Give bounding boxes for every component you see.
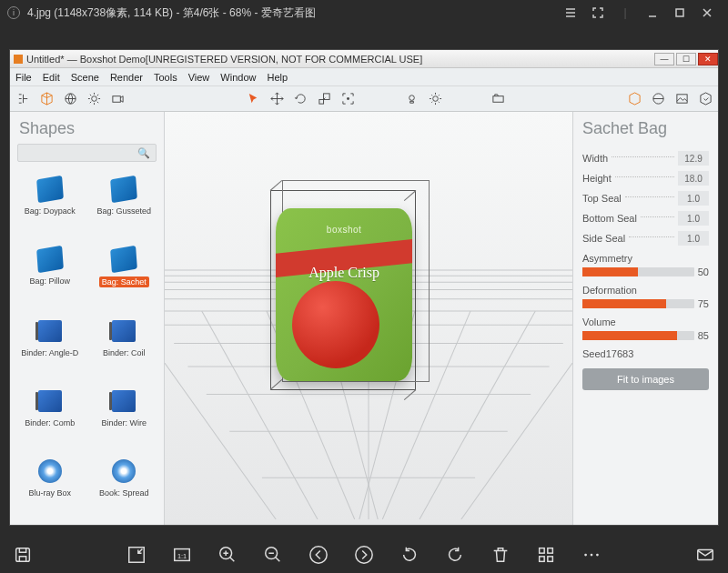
viewer-maximize-button[interactable] xyxy=(666,4,693,22)
deformation-slider[interactable] xyxy=(582,299,694,308)
svg-point-47 xyxy=(596,554,599,557)
seed-input[interactable]: 17683 xyxy=(606,348,642,359)
width-input[interactable]: 12.9 xyxy=(678,151,709,166)
toolbar-scale-icon[interactable] xyxy=(317,92,331,106)
viewer-bottom-toolbar: 1:1 xyxy=(0,537,728,573)
toolbar-export-icon[interactable] xyxy=(698,92,713,106)
toolbar-move-icon[interactable] xyxy=(269,92,284,106)
svg-point-8 xyxy=(432,96,438,102)
svg-rect-11 xyxy=(676,95,686,103)
viewer-title: 4.jpg (1148x738像素, 114 KB) - 第4/6张 - 68%… xyxy=(27,5,316,21)
svg-rect-33 xyxy=(16,548,30,562)
toolbar-cube-icon[interactable] xyxy=(39,92,54,106)
toolbar-select-icon[interactable] xyxy=(246,92,260,106)
asymmetry-slider[interactable] xyxy=(582,267,694,276)
more-icon[interactable] xyxy=(580,543,603,567)
toolbar-image-icon[interactable] xyxy=(674,92,689,106)
svg-point-45 xyxy=(584,554,587,557)
app-icon xyxy=(14,55,23,64)
bottom-seal-input[interactable]: 1.0 xyxy=(678,211,709,226)
app-maximize-button[interactable]: ☐ xyxy=(676,53,696,65)
shape-item[interactable]: Book: Spread xyxy=(88,455,161,521)
toolbar-gear-icon[interactable] xyxy=(86,92,101,106)
volume-label: Volume xyxy=(582,317,709,327)
app-minimize-button[interactable]: — xyxy=(654,53,674,65)
height-input[interactable]: 18.0 xyxy=(678,171,709,186)
prev-icon[interactable] xyxy=(307,543,330,567)
svg-rect-0 xyxy=(676,9,683,16)
shape-item[interactable]: Blu-ray Box xyxy=(14,455,86,521)
next-icon[interactable] xyxy=(352,543,376,567)
toolbar-cube2-icon[interactable] xyxy=(627,92,642,106)
asymmetry-value[interactable]: 50 xyxy=(698,266,709,277)
save-icon[interactable] xyxy=(11,543,35,567)
svg-rect-4 xyxy=(318,99,323,104)
viewer-fullscreen-icon[interactable] xyxy=(584,4,612,22)
sachet-bag-object[interactable]: boxshot Apple Crisp xyxy=(276,208,412,381)
actual-size-icon[interactable]: 1:1 xyxy=(170,543,194,567)
search-icon: 🔍 xyxy=(137,147,150,159)
toolbar-camera-icon[interactable] xyxy=(110,92,125,106)
viewer-minimize-button[interactable] xyxy=(639,4,666,22)
menu-render[interactable]: Render xyxy=(110,72,143,83)
svg-point-39 xyxy=(310,547,327,563)
app-close-button[interactable]: ✕ xyxy=(698,53,718,65)
menu-scene[interactable]: Scene xyxy=(71,72,99,83)
fit-to-images-button[interactable]: Fit to images xyxy=(582,368,709,390)
volume-value[interactable]: 85 xyxy=(698,330,709,341)
deformation-value[interactable]: 75 xyxy=(698,298,709,309)
svg-rect-42 xyxy=(548,548,553,554)
shapes-search-input[interactable]: 🔍 xyxy=(17,144,157,162)
menu-edit[interactable]: Edit xyxy=(43,72,60,83)
svg-line-25 xyxy=(420,311,535,519)
side-seal-input[interactable]: 1.0 xyxy=(678,231,709,246)
shape-item[interactable]: Binder: Coil xyxy=(88,315,161,381)
app-title-text: Untitled* — Boxshot Demo xyxy=(26,54,146,65)
viewer-titlebar: i 4.jpg (1148x738像素, 114 KB) - 第4/6张 - 6… xyxy=(0,0,728,25)
shape-item[interactable]: Binder: Comb xyxy=(14,385,86,451)
menu-view[interactable]: View xyxy=(188,72,210,83)
toolbar-rotate-icon[interactable] xyxy=(293,92,308,106)
toolbar-sun-icon[interactable] xyxy=(428,92,442,106)
shape-item[interactable]: Bag: Sachet xyxy=(88,243,161,311)
toolbar-globe-icon[interactable] xyxy=(63,92,77,106)
grid-icon[interactable] xyxy=(534,543,558,567)
shape-item[interactable]: Bag: Gusseted xyxy=(88,173,161,239)
rotate-right-icon[interactable] xyxy=(443,543,467,567)
toolbar-scene-tree-icon[interactable] xyxy=(15,92,30,106)
deformation-label: Deformation xyxy=(582,285,709,296)
toolbar-globe2-icon[interactable] xyxy=(651,92,665,106)
viewport-3d[interactable]: boxshot Apple Crisp xyxy=(165,112,572,525)
bag-brand-text: boxshot xyxy=(276,225,412,235)
properties-title: Sachet Bag xyxy=(582,119,709,146)
zoom-out-icon[interactable] xyxy=(261,543,285,567)
shape-item[interactable]: Binder: Angle-D xyxy=(14,315,86,381)
shape-label: Binder: Wire xyxy=(101,418,147,427)
toolbar-light-icon[interactable] xyxy=(404,92,419,106)
menu-file[interactable]: File xyxy=(15,72,32,83)
shape-item[interactable]: Bag: Doypack xyxy=(14,173,86,239)
mail-icon[interactable] xyxy=(693,543,717,567)
menu-tools[interactable]: Tools xyxy=(154,72,177,83)
rotate-left-icon[interactable] xyxy=(398,543,421,567)
delete-icon[interactable] xyxy=(489,543,512,567)
toolbar-render-icon[interactable] xyxy=(491,92,506,106)
info-icon: i xyxy=(7,6,20,19)
fit-screen-icon[interactable] xyxy=(125,543,148,567)
shape-item[interactable]: Binder: Wire xyxy=(88,385,161,451)
menu-window[interactable]: Window xyxy=(220,72,256,83)
zoom-in-icon[interactable] xyxy=(216,543,239,567)
menu-help[interactable]: Help xyxy=(267,72,288,83)
menubar: File Edit Scene Render Tools View Window… xyxy=(10,68,718,86)
svg-point-2 xyxy=(91,96,96,102)
shape-item[interactable]: Bag: Pillow xyxy=(14,243,86,311)
viewer-menu-icon[interactable] xyxy=(557,4,584,22)
asymmetry-label: Asymmetry xyxy=(582,253,709,264)
app-titlebar: Untitled* — Boxshot Demo [UNREGISTERED V… xyxy=(10,50,718,68)
viewer-close-button[interactable] xyxy=(693,4,721,22)
svg-text:1:1: 1:1 xyxy=(177,552,187,560)
volume-slider[interactable] xyxy=(582,331,694,340)
svg-point-7 xyxy=(409,96,414,101)
top-seal-input[interactable]: 1.0 xyxy=(678,191,709,206)
toolbar-focus-icon[interactable] xyxy=(340,92,355,106)
